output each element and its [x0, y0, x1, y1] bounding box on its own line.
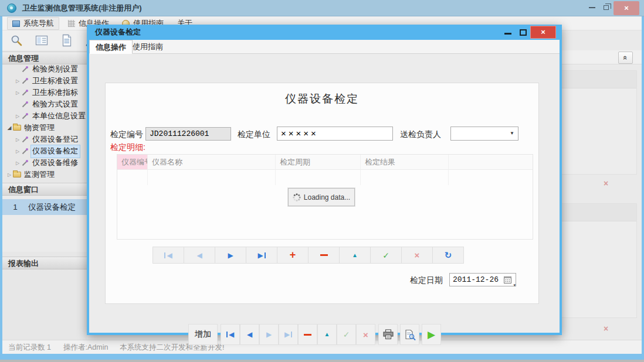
tree-item-inspection-category[interactable]: 检验类别设置	[2, 63, 87, 75]
nav-first-button[interactable]: ◀	[152, 247, 184, 264]
next-icon: ▶	[228, 252, 233, 259]
tree-item-hygiene-standard-index[interactable]: ▷ 卫生标准指标	[2, 87, 87, 98]
nav-last-button[interactable]: ▶	[246, 247, 277, 264]
date-field[interactable]: 2011-12-26 ▾	[449, 273, 516, 286]
cancel-x-icon: ×	[415, 251, 420, 259]
column-header-instrument-name[interactable]: 仪器名称	[148, 155, 276, 169]
panel-close-icon[interactable]: ×	[599, 177, 612, 189]
tree-item-equipment-registration[interactable]: ▷ 仪器设备登记	[2, 134, 87, 145]
panel-close-icon[interactable]: ×	[599, 323, 612, 334]
collapse-panel-button[interactable]: «	[618, 52, 633, 64]
column-header-empty[interactable]	[449, 155, 533, 169]
main-minimize-button[interactable]	[587, 0, 597, 15]
column-header-verification-cycle[interactable]: 检定周期	[276, 155, 361, 169]
add-button[interactable]: 增加	[188, 324, 218, 345]
document-icon	[62, 34, 72, 47]
bottom-delete-button[interactable]	[298, 324, 317, 345]
bottom-post-button[interactable]: ✓	[337, 324, 356, 345]
dialog-close-button[interactable]: ×	[530, 26, 556, 39]
menu-system-navigation[interactable]: 系统导航	[7, 17, 59, 30]
expander-collapsed-icon[interactable]: ▷	[14, 137, 21, 142]
nav-insert-button[interactable]: +	[277, 247, 309, 264]
window-frame-right	[642, 16, 644, 360]
print-preview-button[interactable]	[400, 324, 419, 345]
code-field[interactable]: JD20111226001	[145, 127, 231, 141]
column-header-verification-result[interactable]: 检定结果	[361, 155, 449, 169]
check-icon: ✓	[382, 251, 389, 259]
expander-collapsed-icon[interactable]: ▷	[14, 90, 21, 95]
last-icon: ▶	[257, 252, 263, 259]
expander-collapsed-icon[interactable]: ▷	[14, 114, 21, 119]
search-button[interactable]	[8, 32, 25, 49]
chevron-down-icon[interactable]: ▼	[510, 131, 514, 136]
window-label: 仪器设备检定	[28, 202, 76, 213]
sidebar-section-report-output: 报表输出	[2, 257, 87, 269]
window-list-item[interactable]: 1 仪器设备检定	[2, 199, 87, 215]
date-label: 检定日期	[410, 274, 443, 286]
bottom-cancel-button[interactable]: ×	[356, 324, 375, 345]
prior-icon: ◀	[196, 252, 202, 259]
main-window-title: 卫生监测信息管理系统(非注册用户)	[22, 0, 142, 16]
tree-item-equipment-maintenance[interactable]: ▷ 仪器设备维修	[2, 157, 87, 169]
tab-user-guide[interactable]: 使用指南	[127, 40, 169, 54]
search-icon	[10, 34, 23, 47]
sender-combobox[interactable]: ▼	[450, 127, 518, 141]
form-list-button[interactable]	[33, 32, 50, 49]
column-header-instrument-code[interactable]: 仪器编号	[117, 155, 148, 169]
tool-icon	[21, 112, 31, 120]
tree-item-hygiene-standard-settings[interactable]: ▷ 卫生标准设置	[2, 75, 87, 87]
tab-info-operation[interactable]: 信息操作	[89, 40, 133, 54]
grid-header-row: 仪器编号 仪器名称 检定周期 检定结果	[117, 155, 533, 170]
print-button[interactable]	[378, 324, 398, 345]
loading-panel: Loading data...	[288, 188, 355, 206]
collapse-chevrons-icon: «	[622, 56, 629, 60]
detail-label: 检定明细:	[110, 141, 145, 153]
cancel-x-icon: ×	[363, 330, 368, 339]
tool-icon	[21, 136, 31, 144]
bottom-edit-button[interactable]: ▲	[317, 324, 337, 345]
nav-refresh-button[interactable]: ↻	[432, 247, 464, 264]
tree-item-inspection-method[interactable]: 检验方式设置	[2, 98, 87, 110]
form-heading: 仪器设备检定	[105, 91, 539, 107]
nav-next-button[interactable]: ▶	[215, 247, 246, 264]
expander-collapsed-icon[interactable]: ▷	[14, 78, 21, 84]
refresh-icon: ↻	[445, 251, 452, 259]
dialog-tab-bar: 信息操作 使用指南	[89, 40, 560, 54]
run-button[interactable]: ▶	[422, 324, 441, 345]
edit-triangle-icon: ▲	[324, 332, 330, 337]
nav-prior-button[interactable]: ◀	[184, 247, 215, 264]
application-window: 卫生监测信息管理系统(非注册用户) × 系统导航 信息操作 使用指南 关于	[0, 0, 644, 362]
nav-delete-button[interactable]	[308, 247, 340, 264]
app-logo-icon	[7, 4, 16, 13]
expander-collapsed-icon[interactable]: ▷	[6, 172, 13, 177]
nav-post-button[interactable]: ✓	[370, 247, 402, 264]
window-list: 1 仪器设备检定	[2, 196, 87, 252]
main-restore-button[interactable]	[601, 0, 611, 15]
bottom-next-button[interactable]: ▶	[259, 324, 279, 345]
tree-item-equipment-verification[interactable]: ▷ 仪器设备检定	[2, 145, 87, 157]
sidebar-section-info-windows: 信息窗口	[2, 183, 87, 196]
document-button[interactable]	[59, 32, 75, 49]
next-icon: ▶	[266, 331, 272, 338]
bottom-last-button[interactable]: ▶	[279, 324, 298, 345]
calendar-icon[interactable]	[504, 275, 511, 286]
dialog-minimize-button[interactable]	[504, 33, 511, 35]
expander-collapsed-icon[interactable]: ▷	[14, 149, 21, 154]
date-drop-icon[interactable]: ▾	[513, 283, 516, 287]
expander-expanded-icon[interactable]: ◢	[6, 125, 13, 131]
unit-field[interactable]: ×××××	[277, 127, 393, 141]
bottom-first-button[interactable]: ◀	[221, 324, 240, 345]
tree-item-unit-info[interactable]: ▷ 本单位信息设置	[2, 110, 87, 122]
spinner-icon	[293, 193, 301, 202]
nav-edit-button[interactable]: ▲	[339, 247, 371, 264]
main-titlebar: 卫生监测信息管理系统(非注册用户) ×	[0, 0, 644, 16]
main-close-button[interactable]: ×	[614, 1, 639, 15]
tool-icon	[21, 101, 31, 108]
dialog-maximize-button[interactable]	[520, 29, 527, 36]
dialog-client-area: 信息操作 使用指南 仪器设备检定 检定编号 JD20111226001 检定单位…	[89, 40, 560, 333]
bottom-prior-button[interactable]: ◀	[240, 324, 259, 345]
nav-cancel-button[interactable]: ×	[401, 247, 433, 264]
tree-item-material-management[interactable]: ◢ 物资管理	[2, 122, 87, 134]
expander-collapsed-icon[interactable]: ▷	[14, 160, 21, 166]
tree-item-monitoring-management[interactable]: ▷ 监测管理	[2, 169, 87, 180]
